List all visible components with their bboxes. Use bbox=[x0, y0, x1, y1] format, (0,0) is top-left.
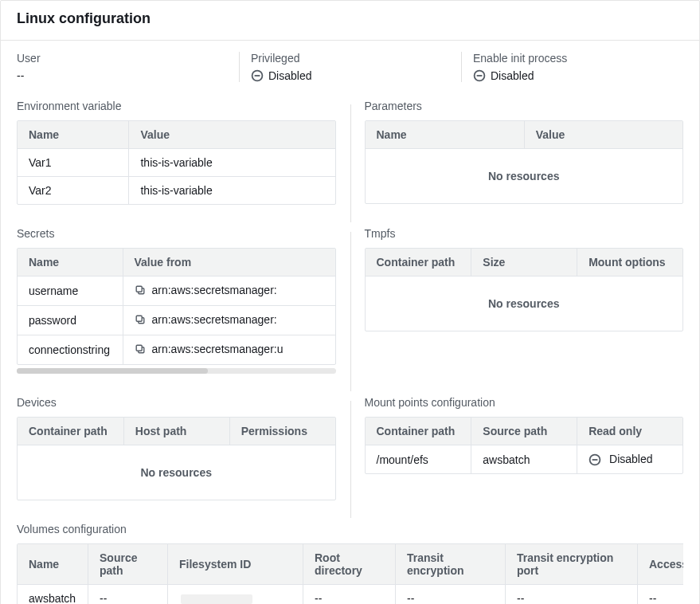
privileged-kv: Privileged Disabled bbox=[239, 52, 461, 82]
mounts-col-src[interactable]: Source path bbox=[471, 418, 577, 445]
mounts-col-ro[interactable]: Read only bbox=[577, 418, 682, 445]
init-value: Disabled bbox=[473, 69, 683, 82]
secrets-section: Secrets Name Value from username bbox=[17, 227, 336, 374]
params-col-value[interactable]: Value bbox=[524, 121, 682, 149]
env-name-cell: Var1 bbox=[18, 149, 128, 176]
secrets-table: Name Value from username arn:a bbox=[17, 248, 336, 365]
minus-circle-icon bbox=[251, 69, 264, 82]
env-value-cell: this-is-variable bbox=[128, 176, 334, 204]
table-row: connectionstring arn:aws:secretsmanager:… bbox=[18, 335, 335, 364]
vol-col-name[interactable]: Name bbox=[18, 544, 88, 585]
secret-arn-text: arn:aws:secretsmanager:u bbox=[152, 343, 284, 355]
linux-configuration-panel: Linux configuration User -- Privileged D… bbox=[0, 0, 700, 604]
vol-col-ap[interactable]: Access p bbox=[637, 544, 683, 585]
mounts-col-path[interactable]: Container path bbox=[366, 418, 471, 445]
table-row: Var2 this-is-variable bbox=[18, 176, 335, 204]
env-value-cell: this-is-variable bbox=[128, 149, 334, 176]
row-env-params: Environment variable Name Value Var1 thi… bbox=[17, 100, 683, 227]
copy-icon[interactable] bbox=[135, 284, 146, 298]
mount-points-table: Container path Source path Read only /mo… bbox=[365, 417, 684, 474]
minus-circle-icon bbox=[589, 453, 601, 466]
empty-row: No resources bbox=[366, 149, 683, 203]
volumes-label: Volumes configuration bbox=[17, 523, 683, 535]
params-col-name[interactable]: Name bbox=[366, 121, 524, 149]
parameters-table: Name Value No resources bbox=[365, 120, 684, 204]
minus-circle-icon bbox=[473, 69, 486, 82]
volumes-section: Volumes configuration Name Source path F… bbox=[17, 523, 683, 604]
panel-title: Linux configuration bbox=[17, 10, 683, 27]
secret-value-cell: arn:aws:secretsmanager: bbox=[123, 305, 335, 335]
panel-body: User -- Privileged Disabled Enable init … bbox=[1, 41, 699, 604]
vertical-divider bbox=[350, 232, 351, 391]
vol-col-root[interactable]: Root directory bbox=[303, 544, 395, 585]
tmpfs-label: Tmpfs bbox=[365, 227, 684, 240]
mount-ro-cell: Disabled bbox=[577, 445, 682, 473]
privileged-value-text: Disabled bbox=[268, 69, 311, 82]
table-row: password arn:aws:secretsmanager: bbox=[18, 305, 335, 335]
row-secrets-tmpfs: Secrets Name Value from username bbox=[17, 227, 683, 396]
row-devices-mounts: Devices Container path Host path Permiss… bbox=[17, 396, 683, 523]
secrets-col-value[interactable]: Value from bbox=[123, 249, 335, 277]
svg-rect-7 bbox=[136, 316, 142, 321]
vol-tep-cell: -- bbox=[505, 585, 637, 604]
env-col-name[interactable]: Name bbox=[18, 121, 128, 149]
mount-path-cell: /mount/efs bbox=[366, 445, 471, 473]
tmpfs-section: Tmpfs Container path Size Mount options … bbox=[365, 227, 684, 374]
init-value-text: Disabled bbox=[491, 69, 534, 82]
vol-root-cell: -- bbox=[303, 585, 395, 604]
svg-rect-5 bbox=[136, 286, 142, 292]
devices-col-path[interactable]: Container path bbox=[18, 418, 123, 445]
env-col-value[interactable]: Value bbox=[128, 121, 334, 149]
tmpfs-table: Container path Size Mount options No res… bbox=[365, 248, 684, 331]
mount-points-label: Mount points configuration bbox=[365, 396, 684, 409]
devices-col-host[interactable]: Host path bbox=[123, 418, 229, 445]
top-summary-row: User -- Privileged Disabled Enable init … bbox=[17, 52, 683, 82]
panel-header: Linux configuration bbox=[1, 1, 699, 41]
secret-name-cell: password bbox=[18, 305, 123, 335]
table-row: Var1 this-is-variable bbox=[18, 149, 335, 176]
secret-value-cell: arn:aws:secretsmanager: bbox=[123, 277, 335, 305]
copy-icon[interactable] bbox=[135, 313, 146, 327]
user-value: -- bbox=[17, 69, 239, 82]
secrets-label: Secrets bbox=[17, 227, 336, 240]
secret-name-cell: connectionstring bbox=[18, 335, 123, 364]
scrollbar-thumb[interactable] bbox=[17, 368, 208, 374]
vol-col-tep[interactable]: Transit encryption port bbox=[505, 544, 637, 585]
vol-col-src[interactable]: Source path bbox=[88, 544, 167, 585]
env-vars-label: Environment variable bbox=[17, 100, 336, 112]
parameters-label: Parameters bbox=[365, 100, 684, 112]
env-vars-table: Name Value Var1 this-is-variable Var2 th… bbox=[17, 120, 336, 205]
init-label: Enable init process bbox=[473, 52, 683, 65]
tmpfs-col-size[interactable]: Size bbox=[471, 249, 577, 277]
privileged-label: Privileged bbox=[251, 52, 461, 65]
devices-label: Devices bbox=[17, 396, 336, 409]
secrets-col-name[interactable]: Name bbox=[18, 249, 123, 277]
mount-src-cell: awsbatch bbox=[471, 445, 577, 473]
vertical-divider bbox=[350, 401, 351, 518]
table-row: /mount/efs awsbatch Disabled bbox=[366, 445, 683, 473]
secret-value-cell: arn:aws:secretsmanager:u bbox=[123, 335, 335, 364]
svg-rect-9 bbox=[136, 345, 142, 351]
mount-ro-text: Disabled bbox=[609, 453, 652, 465]
tmpfs-col-path[interactable]: Container path bbox=[366, 249, 471, 277]
env-name-cell: Var2 bbox=[18, 176, 128, 204]
mount-points-section: Mount points configuration Container pat… bbox=[365, 396, 684, 500]
devices-col-perm[interactable]: Permissions bbox=[229, 418, 335, 445]
table-row: username arn:aws:secretsmanager: bbox=[18, 277, 335, 305]
privileged-value: Disabled bbox=[251, 69, 461, 82]
empty-row: No resources bbox=[18, 445, 335, 500]
secret-arn-text: arn:aws:secretsmanager: bbox=[152, 284, 277, 296]
copy-icon[interactable] bbox=[135, 343, 146, 357]
vol-col-te[interactable]: Transit encryption bbox=[395, 544, 505, 585]
user-label: User bbox=[17, 52, 239, 65]
init-kv: Enable init process Disabled bbox=[461, 52, 683, 82]
devices-section: Devices Container path Host path Permiss… bbox=[17, 396, 336, 500]
vol-col-fs[interactable]: Filesystem ID bbox=[167, 544, 303, 585]
vol-src-cell: -- bbox=[88, 585, 167, 604]
tmpfs-col-mount[interactable]: Mount options bbox=[577, 249, 682, 277]
vertical-divider bbox=[350, 104, 351, 222]
secrets-horizontal-scrollbar[interactable] bbox=[17, 368, 336, 374]
vol-name-cell: awsbatch bbox=[18, 585, 88, 604]
no-resources-text: No resources bbox=[18, 445, 335, 500]
redacted-value bbox=[181, 594, 252, 604]
